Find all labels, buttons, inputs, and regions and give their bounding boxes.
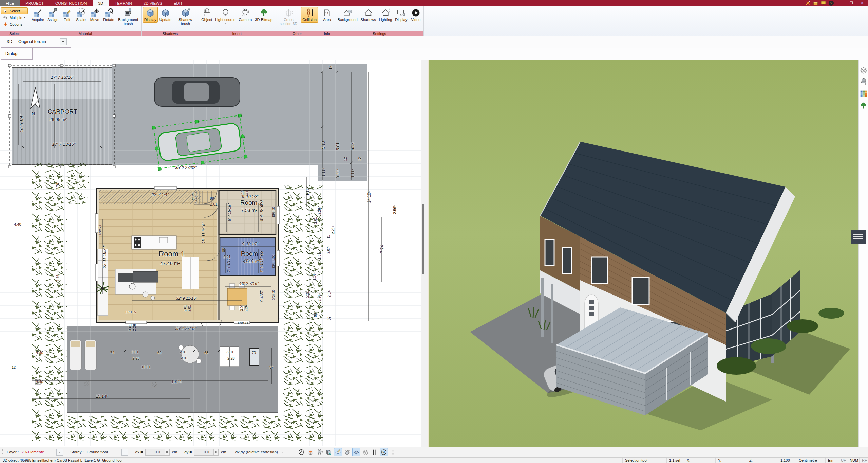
storey-select-value: Ground floor (87, 450, 119, 454)
status-cell-uf: UF (838, 458, 847, 463)
toolbar-grip[interactable] (2, 449, 4, 455)
scrollbar-thumb[interactable] (422, 204, 424, 274)
material-rotate-icon (104, 8, 113, 17)
settings-video-button[interactable]: Video (409, 7, 422, 23)
button-label: Cross section 3D (278, 18, 299, 26)
insert-camera-button[interactable]: Camera (237, 7, 253, 23)
status-cell-y-: Y: (715, 458, 747, 463)
button-label: Edit (64, 18, 70, 22)
dialog-label: Dialog: (1, 48, 33, 60)
status-cell-z-: Z: (747, 458, 778, 463)
layer-select-value: 2D-Elemente (21, 450, 54, 454)
restore-button[interactable]: ❐ (847, 0, 856, 6)
dx-input[interactable]: 0.0 (145, 449, 170, 456)
material-edit-button[interactable]: Edit (60, 7, 74, 23)
materials-icon[interactable] (860, 90, 867, 97)
shadows-display-button[interactable]: Display (143, 7, 158, 23)
monitor-icon[interactable] (820, 0, 826, 6)
tab-3d[interactable]: 3D (93, 0, 109, 6)
tools-icon[interactable] (805, 0, 811, 6)
select-select-button[interactable]: Select (1, 7, 28, 14)
other-collision-button[interactable]: Collision (301, 7, 318, 23)
layer-stack-icon[interactable] (860, 66, 867, 74)
plan-vertical-scrollbar[interactable] (421, 60, 428, 447)
grid-icon[interactable] (371, 448, 379, 456)
cube-brush-icon (181, 8, 190, 17)
settings-lighting-button[interactable]: Lighting (378, 7, 394, 23)
clock-icon[interactable] (297, 448, 305, 456)
minimize-button[interactable]: – (836, 0, 845, 6)
panel-grip-handle[interactable] (851, 230, 866, 244)
insert-light-source-button[interactable]: Light source (214, 7, 237, 26)
catalog-icons (859, 60, 868, 109)
surface-select-icon[interactable] (352, 448, 360, 456)
material-assign-button[interactable]: Assign (46, 7, 60, 23)
tab-terrain[interactable]: TERRAIN (109, 0, 137, 6)
info-area-button[interactable]: ?Area (320, 7, 334, 23)
insert-3d-bitmap-button[interactable]: 3D-Bitmap (253, 7, 274, 23)
material-move-icon (90, 8, 99, 17)
more-icon[interactable] (389, 448, 397, 456)
tab-file[interactable]: FILE (0, 0, 20, 6)
plan-car-gray[interactable] (154, 78, 240, 106)
tab-edit[interactable]: EDIT (168, 0, 188, 6)
storey-label: Storey : (70, 450, 84, 454)
settings-display-button[interactable]: Display (394, 7, 409, 23)
material-move-button[interactable]: Move (88, 7, 101, 23)
camera-icon[interactable] (316, 448, 324, 456)
material-scale-button[interactable]: Scale (74, 7, 88, 23)
settings-shadows-button[interactable]: Shadows (359, 7, 377, 23)
layer-select[interactable]: Layer : 2D-Elemente (7, 449, 63, 456)
titlebar-right: ?–❐✕ (805, 0, 868, 6)
view-3d-viewport[interactable] (429, 60, 858, 447)
storey-select[interactable]: Storey : Ground floor (70, 449, 128, 456)
hatch-icon[interactable] (343, 448, 351, 456)
terrain-select[interactable]: Original terrain (18, 38, 67, 45)
settings-background-button[interactable]: Background (336, 7, 359, 23)
layer-stack-icon[interactable] (361, 448, 370, 456)
ribbon-group-label: Other (275, 31, 319, 36)
button-label: Camera (239, 18, 252, 22)
coordinate-mode-select[interactable]: dx,dy (relative cartesian) (233, 449, 285, 455)
shadows-shadow-brush-button[interactable]: Shadow brush (173, 7, 197, 27)
button-label: Shadow brush (174, 18, 196, 26)
help-icon[interactable]: ? (828, 0, 834, 6)
ribbon-group-label: Select (0, 31, 29, 36)
material-rotate-button[interactable]: Rotate (102, 7, 115, 23)
shadows-update-button[interactable]: Update (158, 7, 173, 23)
plan-room3-floor (220, 237, 276, 275)
tab-2d-views[interactable]: 2D VIEWS (138, 0, 168, 6)
dy-spinner[interactable] (213, 449, 218, 455)
edit-surface-icon[interactable] (334, 448, 342, 456)
area-icon: ? (322, 8, 332, 17)
button-label: Area (323, 18, 331, 22)
close-button[interactable]: ✕ (858, 0, 867, 6)
dy-input[interactable]: 0.0 (194, 449, 219, 456)
select-options-button[interactable]: Options (1, 21, 28, 28)
dx-unit: cm (172, 450, 177, 454)
plants-icon[interactable] (860, 102, 867, 109)
house-shadows-icon (364, 8, 373, 17)
chevron-down-icon[interactable] (121, 449, 128, 456)
plan-2d-viewport[interactable]: 17' 7 13/16"CARPORT26.95 m²16' 5 1/4"17'… (0, 60, 421, 447)
status-cell-x-: X: (684, 458, 715, 463)
material-acquire-button[interactable]: Acquire (30, 7, 45, 23)
tab-project[interactable]: PROJECT (20, 0, 50, 6)
chevron-down-icon[interactable] (56, 449, 63, 456)
insert-object-button[interactable]: Object (200, 7, 213, 23)
material-background-brush-button[interactable]: Background brush (116, 7, 140, 27)
other-cross-section-3d-button[interactable]: Cross section 3D (276, 7, 301, 27)
chevron-down-icon[interactable] (60, 38, 67, 45)
fill-layers-icon[interactable] (325, 448, 333, 456)
view-selector[interactable]: 3D Original terrain (1, 36, 71, 48)
dy-label: dy = (184, 450, 192, 454)
package-icon[interactable] (813, 0, 818, 6)
select-multiple-button[interactable]: Multiple (1, 14, 28, 21)
monitor-star-icon[interactable] (306, 448, 315, 456)
north-arrow-icon[interactable]: N (380, 448, 388, 456)
tab-construction[interactable]: CONSTRUCTION (50, 0, 93, 6)
dx-spinner[interactable] (165, 449, 169, 455)
plan-carport[interactable] (8, 64, 115, 168)
button-label: Collision (302, 18, 317, 22)
furniture-icon[interactable] (860, 78, 867, 86)
